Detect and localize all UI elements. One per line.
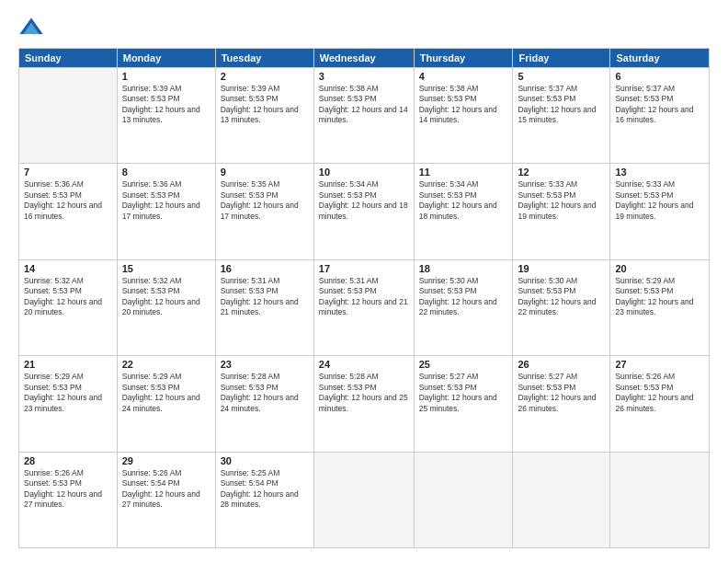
day-info: Sunrise: 5:30 AM Sunset: 5:53 PM Dayligh… — [419, 276, 508, 318]
day-info: Sunrise: 5:39 AM Sunset: 5:53 PM Dayligh… — [221, 84, 309, 126]
calendar-cell: 5 Sunrise: 5:37 AM Sunset: 5:53 PM Dayli… — [513, 68, 610, 164]
day-number: 27 — [615, 359, 704, 370]
day-number: 11 — [419, 167, 508, 178]
day-info: Sunrise: 5:32 AM Sunset: 5:53 PM Dayligh… — [122, 276, 210, 318]
day-info: Sunrise: 5:26 AM Sunset: 5:54 PM Dayligh… — [122, 468, 210, 511]
day-info: Sunrise: 5:37 AM Sunset: 5:53 PM Dayligh… — [615, 84, 704, 126]
calendar-header-sunday: Sunday — [19, 49, 118, 68]
calendar-cell: 23 Sunrise: 5:28 AM Sunset: 5:53 PM Dayl… — [215, 356, 313, 452]
calendar-header-tuesday: Tuesday — [215, 49, 313, 68]
day-number: 9 — [221, 167, 309, 178]
day-info: Sunrise: 5:37 AM Sunset: 5:53 PM Dayligh… — [518, 84, 605, 126]
day-info: Sunrise: 5:31 AM Sunset: 5:53 PM Dayligh… — [221, 276, 309, 318]
calendar-header-row: SundayMondayTuesdayWednesdayThursdayFrid… — [19, 49, 710, 68]
calendar-cell — [414, 452, 513, 547]
calendar-week-3: 21 Sunrise: 5:29 AM Sunset: 5:53 PM Dayl… — [19, 356, 710, 452]
calendar-cell: 21 Sunrise: 5:29 AM Sunset: 5:53 PM Dayl… — [19, 356, 118, 452]
calendar-cell: 8 Sunrise: 5:36 AM Sunset: 5:53 PM Dayli… — [117, 164, 215, 259]
calendar-week-4: 28 Sunrise: 5:26 AM Sunset: 5:53 PM Dayl… — [19, 452, 710, 547]
day-number: 2 — [221, 71, 309, 82]
calendar-cell: 4 Sunrise: 5:38 AM Sunset: 5:53 PM Dayli… — [414, 68, 513, 164]
calendar-week-1: 7 Sunrise: 5:36 AM Sunset: 5:53 PM Dayli… — [19, 164, 710, 259]
calendar-cell: 3 Sunrise: 5:38 AM Sunset: 5:53 PM Dayli… — [313, 68, 414, 164]
day-number: 1 — [122, 71, 210, 82]
calendar-cell: 13 Sunrise: 5:33 AM Sunset: 5:53 PM Dayl… — [610, 164, 710, 259]
day-info: Sunrise: 5:27 AM Sunset: 5:53 PM Dayligh… — [419, 372, 508, 414]
calendar-cell: 19 Sunrise: 5:30 AM Sunset: 5:53 PM Dayl… — [513, 259, 610, 355]
day-number: 5 — [518, 71, 605, 82]
day-number: 10 — [319, 167, 409, 178]
calendar-cell: 1 Sunrise: 5:39 AM Sunset: 5:53 PM Dayli… — [117, 68, 215, 164]
calendar-cell: 27 Sunrise: 5:26 AM Sunset: 5:53 PM Dayl… — [610, 356, 710, 452]
day-number: 4 — [419, 71, 508, 82]
day-number: 22 — [122, 359, 210, 370]
calendar-cell: 7 Sunrise: 5:36 AM Sunset: 5:53 PM Dayli… — [19, 164, 118, 259]
day-number: 16 — [221, 263, 309, 274]
day-number: 24 — [319, 359, 409, 370]
day-number: 23 — [221, 359, 309, 370]
day-info: Sunrise: 5:38 AM Sunset: 5:53 PM Dayligh… — [419, 84, 508, 126]
logo — [18, 15, 48, 40]
day-number: 19 — [518, 263, 605, 274]
day-number: 8 — [122, 167, 210, 178]
calendar-week-0: 1 Sunrise: 5:39 AM Sunset: 5:53 PM Dayli… — [19, 68, 710, 164]
calendar-cell: 12 Sunrise: 5:33 AM Sunset: 5:53 PM Dayl… — [513, 164, 610, 259]
day-info: Sunrise: 5:35 AM Sunset: 5:53 PM Dayligh… — [221, 179, 309, 222]
day-info: Sunrise: 5:28 AM Sunset: 5:53 PM Dayligh… — [221, 372, 309, 414]
logo-icon — [18, 15, 44, 40]
day-info: Sunrise: 5:33 AM Sunset: 5:53 PM Dayligh… — [518, 179, 605, 222]
day-info: Sunrise: 5:26 AM Sunset: 5:53 PM Dayligh… — [24, 468, 112, 511]
day-info: Sunrise: 5:34 AM Sunset: 5:53 PM Dayligh… — [419, 179, 508, 222]
day-info: Sunrise: 5:30 AM Sunset: 5:53 PM Dayligh… — [518, 276, 605, 318]
day-number: 20 — [615, 263, 704, 274]
day-info: Sunrise: 5:32 AM Sunset: 5:53 PM Dayligh… — [24, 276, 112, 318]
calendar-cell — [19, 68, 118, 164]
calendar-cell: 2 Sunrise: 5:39 AM Sunset: 5:53 PM Dayli… — [215, 68, 313, 164]
day-number: 17 — [319, 263, 409, 274]
calendar-cell: 18 Sunrise: 5:30 AM Sunset: 5:53 PM Dayl… — [414, 259, 513, 355]
page-header — [18, 15, 710, 40]
day-info: Sunrise: 5:36 AM Sunset: 5:53 PM Dayligh… — [122, 179, 210, 222]
day-info: Sunrise: 5:36 AM Sunset: 5:53 PM Dayligh… — [24, 179, 112, 222]
day-info: Sunrise: 5:26 AM Sunset: 5:53 PM Dayligh… — [615, 372, 704, 414]
calendar-cell: 17 Sunrise: 5:31 AM Sunset: 5:53 PM Dayl… — [313, 259, 414, 355]
day-number: 18 — [419, 263, 508, 274]
calendar-header-monday: Monday — [117, 49, 215, 68]
day-number: 13 — [615, 167, 704, 178]
calendar-cell: 9 Sunrise: 5:35 AM Sunset: 5:53 PM Dayli… — [215, 164, 313, 259]
calendar-cell: 20 Sunrise: 5:29 AM Sunset: 5:53 PM Dayl… — [610, 259, 710, 355]
day-number: 3 — [319, 71, 409, 82]
day-info: Sunrise: 5:29 AM Sunset: 5:53 PM Dayligh… — [615, 276, 704, 318]
day-number: 29 — [122, 455, 210, 466]
calendar-cell: 25 Sunrise: 5:27 AM Sunset: 5:53 PM Dayl… — [414, 356, 513, 452]
calendar-cell: 11 Sunrise: 5:34 AM Sunset: 5:53 PM Dayl… — [414, 164, 513, 259]
day-info: Sunrise: 5:34 AM Sunset: 5:53 PM Dayligh… — [319, 179, 409, 222]
day-info: Sunrise: 5:28 AM Sunset: 5:53 PM Dayligh… — [319, 372, 409, 414]
day-info: Sunrise: 5:27 AM Sunset: 5:53 PM Dayligh… — [518, 372, 605, 414]
calendar-header-saturday: Saturday — [610, 49, 710, 68]
day-number: 30 — [221, 455, 309, 466]
day-number: 25 — [419, 359, 508, 370]
calendar: SundayMondayTuesdayWednesdayThursdayFrid… — [18, 48, 710, 548]
calendar-week-2: 14 Sunrise: 5:32 AM Sunset: 5:53 PM Dayl… — [19, 259, 710, 355]
day-info: Sunrise: 5:29 AM Sunset: 5:53 PM Dayligh… — [24, 372, 112, 414]
calendar-cell: 30 Sunrise: 5:25 AM Sunset: 5:54 PM Dayl… — [215, 452, 313, 547]
calendar-cell: 22 Sunrise: 5:29 AM Sunset: 5:53 PM Dayl… — [117, 356, 215, 452]
day-number: 21 — [24, 359, 112, 370]
day-number: 6 — [615, 71, 704, 82]
day-number: 28 — [24, 455, 112, 466]
calendar-header-wednesday: Wednesday — [313, 49, 414, 68]
calendar-cell — [513, 452, 610, 547]
calendar-cell: 28 Sunrise: 5:26 AM Sunset: 5:53 PM Dayl… — [19, 452, 118, 547]
day-info: Sunrise: 5:38 AM Sunset: 5:53 PM Dayligh… — [319, 84, 409, 126]
calendar-cell: 10 Sunrise: 5:34 AM Sunset: 5:53 PM Dayl… — [313, 164, 414, 259]
day-number: 15 — [122, 263, 210, 274]
day-info: Sunrise: 5:39 AM Sunset: 5:53 PM Dayligh… — [122, 84, 210, 126]
day-info: Sunrise: 5:25 AM Sunset: 5:54 PM Dayligh… — [221, 468, 309, 511]
calendar-cell: 14 Sunrise: 5:32 AM Sunset: 5:53 PM Dayl… — [19, 259, 118, 355]
calendar-cell: 6 Sunrise: 5:37 AM Sunset: 5:53 PM Dayli… — [610, 68, 710, 164]
calendar-cell: 26 Sunrise: 5:27 AM Sunset: 5:53 PM Dayl… — [513, 356, 610, 452]
calendar-cell: 24 Sunrise: 5:28 AM Sunset: 5:53 PM Dayl… — [313, 356, 414, 452]
day-number: 7 — [24, 167, 112, 178]
calendar-cell: 16 Sunrise: 5:31 AM Sunset: 5:53 PM Dayl… — [215, 259, 313, 355]
